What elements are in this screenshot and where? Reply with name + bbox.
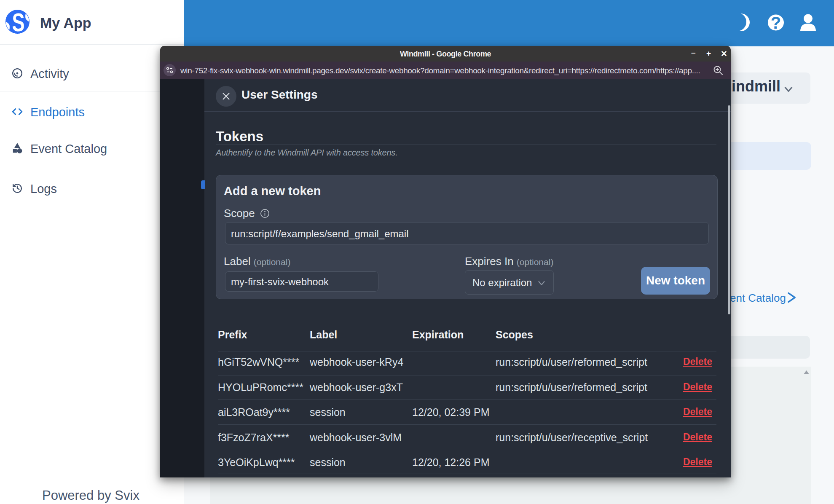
svg-text:S: S — [12, 10, 24, 34]
svg-text:?: ? — [771, 14, 781, 32]
